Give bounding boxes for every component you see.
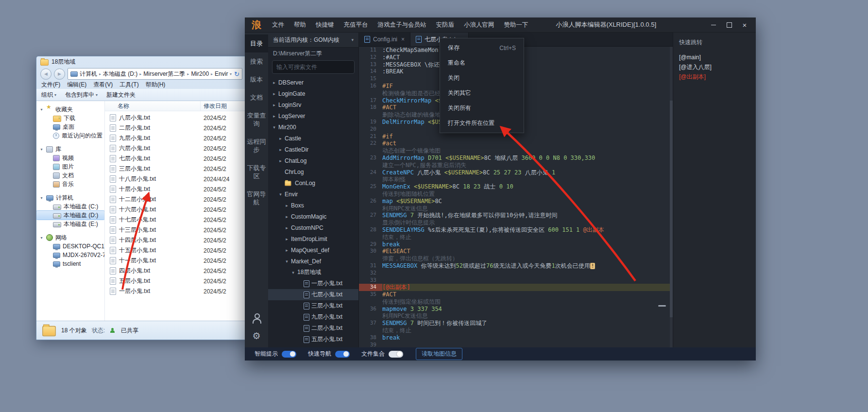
tree-item[interactable]: ▾ 18层地域 (268, 267, 358, 278)
code-line[interactable]: 利用NPC发送信息 (359, 312, 673, 320)
activity-item[interactable]: 官网导航 (245, 185, 268, 211)
file-row[interactable]: 六层小鬼.txt 2024/5/2 (105, 143, 246, 154)
file-row[interactable]: 十六层小鬼.txt 2024/5/2 (105, 205, 246, 215)
toggle-setting[interactable]: 文件集合 (361, 350, 403, 358)
code-line[interactable]: 21 #if (359, 133, 673, 140)
code-line[interactable]: 35 #ACT (359, 291, 673, 298)
toggle-switch[interactable] (389, 351, 403, 358)
toolbar-button[interactable]: 新建文件夹▾ (106, 91, 136, 99)
tree-item[interactable]: ▾ Mir200 (268, 121, 358, 133)
tree-item[interactable]: ConLog (268, 177, 358, 189)
file-search-input[interactable] (272, 60, 355, 74)
breadcrumb-item[interactable]: Envir▸ (215, 70, 230, 77)
explorer-sidebar-item[interactable]: DESKTOP-QC1VPVF (36, 242, 104, 251)
toggle-setting[interactable]: 智能提示 (255, 350, 296, 358)
jump-item[interactable]: [@main] (673, 52, 756, 62)
maximize-button[interactable] (723, 18, 735, 31)
breadcrumb-item[interactable]: 本地磁盘 (D:)▸ (103, 70, 143, 78)
file-row[interactable]: 三层小鬼.txt 2024/5/2 (105, 164, 246, 174)
activity-item[interactable]: 下载专区 (245, 159, 268, 185)
breadcrumb-item[interactable]: 计算机▸ (80, 70, 103, 78)
file-row[interactable]: 十层小鬼.txt 2024/5/2 (105, 184, 246, 194)
code-line[interactable]: 传送到地图随机位置 (359, 190, 673, 198)
explorer-sidebar-item[interactable]: 视频 (36, 154, 104, 162)
tree-item[interactable]: 一层小鬼.txt (268, 278, 358, 289)
tree-item[interactable]: ▸ ChatLog (268, 155, 358, 166)
tree-item[interactable]: 九层小鬼.txt (268, 311, 358, 323)
file-row[interactable]: 五层小鬼.txt 2024/5/2 (105, 276, 246, 286)
file-row[interactable]: 二层小鬼.txt 2024/5/2 (105, 123, 246, 133)
code-line[interactable]: 30 #ELSEACT (359, 248, 673, 255)
tree-chevron-icon[interactable]: ▸ (272, 91, 276, 96)
tree-chevron-icon[interactable]: ▸ (278, 158, 283, 163)
refresh-icon[interactable]: ↻ (234, 70, 239, 78)
file-row[interactable]: 十三层小鬼.txt 2024/5/2 (105, 225, 246, 235)
tree-chevron-icon[interactable]: ▸ (285, 248, 289, 253)
code-line[interactable]: 29 break (359, 241, 673, 248)
tree-chevron-icon[interactable]: ▸ (272, 80, 276, 85)
code-line[interactable]: 34 [@出副本] (359, 284, 673, 291)
activity-item[interactable]: 版本 (245, 70, 268, 88)
tree-chevron-icon[interactable]: ▸ (285, 214, 289, 219)
tree-chevron-icon[interactable]: ▾ (272, 125, 276, 130)
explorer-sidebar-item[interactable]: MJDX-2670V2-77- (36, 251, 104, 259)
code-line[interactable]: 25 MonGenEx <$USERNAME>8C 18 23 战士 0 10 (359, 183, 673, 190)
explorer-sidebar-item[interactable]: 本地磁盘 (D:) (36, 211, 104, 220)
tree-chevron-icon[interactable]: ▸ (278, 136, 283, 141)
code-line[interactable]: 37 SENDMSG 7 时间已到！你被传送回城了 (359, 320, 673, 327)
code-line[interactable]: 结束，终止 (359, 234, 673, 241)
code-line[interactable]: 28 SENDDELAYMSG %s后未杀死死鬼王(夏),你将被传送回安全区 6… (359, 226, 673, 234)
code-line[interactable]: 脚本刷怪 (359, 176, 673, 183)
tree-item[interactable]: ▾ Envir (268, 189, 358, 200)
explorer-sidebar-item[interactable]: ▾ 网络 (36, 233, 104, 242)
back-button[interactable]: ◀ (40, 69, 51, 80)
tree-chevron-icon[interactable]: ▸ (285, 225, 289, 230)
code-line[interactable]: 36 mapmove 3 337 354 (359, 306, 673, 313)
code-line[interactable]: 32 (359, 270, 673, 277)
menu-item[interactable]: 游戏盒子与会员站 (378, 21, 426, 29)
code-line[interactable]: 传送到指定坐标或范围 (359, 298, 673, 306)
code-line[interactable]: 27 SENDMSG 7 开始挑战!,你在地狱最多可以停留10分钟,请注意时间 (359, 212, 673, 219)
tree-item[interactable]: ▸ CastleDir (268, 144, 358, 155)
context-menu-item[interactable]: 保存 Ctrl+S (440, 40, 524, 55)
scrollbar-marker[interactable] (658, 305, 666, 307)
tree-item[interactable]: ▸ CustomMagic (268, 211, 358, 222)
expander-icon[interactable]: ▾ (39, 107, 44, 112)
expander-icon[interactable]: ▾ (39, 147, 44, 152)
editor-tab[interactable]: Config.ini × (359, 33, 410, 46)
read-map-info-button[interactable]: 读取地图信息 (416, 348, 462, 360)
menu-item[interactable]: 文件 (272, 21, 284, 29)
column-header-date[interactable]: 修改日期 (201, 101, 246, 111)
editor-titlebar[interactable]: 浪 文件帮助快捷键充值平台游戏盒子与会员站安防盾小浪人官网赞助一下 小浪人脚本编… (245, 17, 756, 33)
kernel-selector[interactable]: 当前适用内核：GOM内核 ▾ (268, 33, 358, 48)
explorer-titlebar[interactable]: 18层地域 (36, 56, 246, 67)
menu-item[interactable]: 安防盾 (436, 21, 455, 29)
breadcrumb-item[interactable]: Mir200▸ (191, 70, 215, 77)
tree-item[interactable]: ▾ Market_Def (268, 256, 358, 267)
settings-gear-icon[interactable]: ⚙ (252, 331, 260, 341)
tree-chevron-icon[interactable]: ▸ (272, 114, 276, 119)
menu-item[interactable]: 快捷键 (316, 21, 334, 29)
activity-item[interactable]: 远程同步 (245, 133, 268, 159)
jump-item[interactable]: [@进入八层] (673, 62, 756, 72)
code-line[interactable]: 动态创建一个镜像地图 (359, 147, 673, 154)
code-line[interactable]: 23 AddMirrorMap D701 <$USERNAME>8C 地狱八层 … (359, 154, 673, 162)
menu-item[interactable]: 小浪人官网 (464, 21, 494, 29)
tree-item[interactable]: 二层小鬼.txt (268, 323, 358, 334)
explorer-menu-item[interactable]: 帮助(H) (146, 81, 166, 89)
context-menu-item[interactable]: 关闭所有 (440, 101, 524, 116)
file-row[interactable]: 一层小鬼.txt 2024/5/2 (105, 286, 246, 296)
file-row[interactable]: 十七层小鬼.txt 2024/5/2 (105, 215, 246, 225)
tree-item[interactable]: ▸ Boxs (268, 200, 358, 211)
code-line[interactable]: 弹窗，弹出信息框（无跳转） (359, 255, 673, 262)
code-line[interactable]: 显示倒计时信息提示 (359, 219, 673, 226)
tree-item[interactable]: 五层小鬼.txt (268, 334, 358, 345)
tree-chevron-icon[interactable]: ▸ (285, 203, 289, 208)
tree-chevron-icon[interactable]: ▾ (278, 192, 283, 197)
tree-item[interactable]: ▸ Castle (268, 133, 358, 144)
explorer-sidebar-item[interactable]: ▾ 库 (36, 145, 104, 154)
address-bar[interactable]: 计算机▸本地磁盘 (D:)▸Mirserver第二季▸Mir200▸Envir▸… (68, 68, 242, 80)
tab-close-icon[interactable]: × (401, 36, 405, 43)
tree-item[interactable]: 七层小鬼.txt (268, 289, 358, 300)
explorer-sidebar-item[interactable]: ▾ 计算机 (36, 193, 104, 202)
